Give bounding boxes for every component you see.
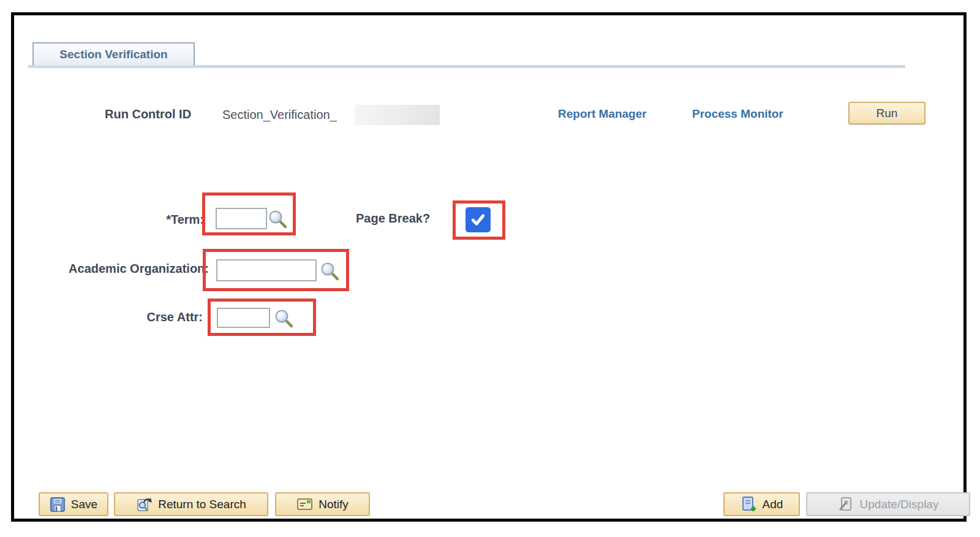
save-icon [50,497,66,512]
page-break-checkbox[interactable] [466,207,491,232]
academic-organization-label: Academic Organization: [39,262,209,276]
tab-section-verification[interactable]: Section Verification [32,42,195,66]
update-display-button[interactable]: Update/Display [806,492,970,516]
add-button[interactable]: Add [723,492,800,516]
academic-organization-lookup-icon[interactable] [319,261,340,281]
page-break-label: Page Break? [356,211,430,226]
run-button[interactable]: Run [848,102,925,124]
update-display-button-label: Update/Display [860,498,939,511]
add-button-label: Add [763,498,783,511]
page-frame: Section Verification Run Control ID Sect… [11,12,967,522]
return-to-search-button-label: Return to Search [158,498,246,511]
return-to-search-icon [136,496,153,512]
save-button[interactable]: Save [39,492,108,516]
crse-attr-input[interactable] [217,308,270,328]
run-control-id-value: Section_Verification_ [222,108,337,122]
crse-attr-label: Crse Attr: [118,310,203,324]
notify-button-label: Notify [318,498,349,511]
tab-label: Section Verification [59,48,167,61]
notify-button[interactable]: Notify [275,492,370,516]
save-button-label: Save [71,498,97,511]
add-icon [741,496,757,512]
notify-icon [296,496,313,512]
redacted-run-control-suffix [355,105,440,125]
term-lookup-icon[interactable] [267,208,288,229]
process-monitor-link[interactable]: Process Monitor [692,107,783,121]
crse-attr-lookup-icon[interactable] [273,308,294,329]
check-icon [468,210,488,230]
term-label: *Term: [137,213,204,227]
term-input[interactable] [216,208,267,229]
report-manager-link[interactable]: Report Manager [558,107,647,121]
run-control-id-label: Run Control ID [105,107,191,121]
return-to-search-button[interactable]: Return to Search [114,492,268,516]
academic-organization-input[interactable] [216,259,317,281]
update-display-icon [838,496,854,512]
